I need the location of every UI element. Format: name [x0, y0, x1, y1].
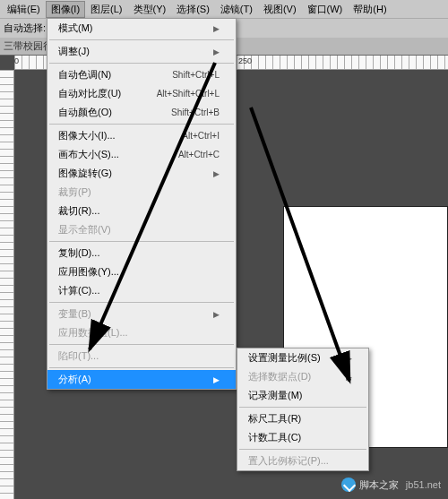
menu-image-item-12[interactable]: 裁切(R)...: [47, 202, 236, 220]
menubar: 编辑(E)图像(I)图层(L)类型(Y)选择(S)滤镜(T)视图(V)窗口(W)…: [0, 0, 448, 18]
tab-fragment-left: 三带校园行: [4, 39, 53, 53]
chevron-right-icon: ▶: [213, 375, 220, 384]
submenu-analysis: 设置测量比例(S)▶选择数据点(D)▶记录测量(M)标尺工具(R)计数工具(C)…: [237, 348, 369, 471]
submenu-analysis-item-2[interactable]: 记录测量(M): [237, 386, 368, 405]
chevron-right-icon: ▶: [213, 24, 220, 33]
menu-image-item-16[interactable]: 应用图像(Y)...: [47, 262, 236, 281]
watermark-logo-icon: [341, 477, 356, 492]
menu-image-item-4[interactable]: 自动色调(N)Shift+Ctrl+L: [47, 65, 236, 84]
chevron-right-icon: ▶: [213, 310, 220, 319]
submenu-analysis-item-5[interactable]: 计数工具(C): [237, 428, 368, 447]
ruler-vertical: [0, 70, 14, 499]
menu-编辑[interactable]: 编辑(E): [2, 1, 46, 18]
menu-image-item-15[interactable]: 复制(D)...: [47, 244, 236, 262]
menu-image-item-6[interactable]: 自动颜色(O)Shift+Ctrl+B: [47, 103, 236, 122]
auto-select-label: 自动选择:: [4, 22, 46, 35]
chevron-right-icon: ▶: [346, 373, 352, 382]
chevron-right-icon: ▶: [213, 47, 220, 56]
menu-image-item-2[interactable]: 调整(J)▶: [47, 42, 236, 61]
menu-image-item-13: 显示全部(V): [47, 220, 236, 239]
submenu-analysis-item-1: 选择数据点(D)▶: [237, 367, 368, 386]
menu-image-item-8[interactable]: 图像大小(I)...Alt+Ctrl+I: [47, 126, 236, 145]
menu-滤镜[interactable]: 滤镜(T): [215, 1, 258, 18]
menu-选择[interactable]: 选择(S): [171, 1, 215, 18]
menu-image: 模式(M)▶调整(J)▶自动色调(N)Shift+Ctrl+L自动对比度(U)A…: [47, 18, 237, 390]
menu-图层[interactable]: 图层(L): [85, 1, 127, 18]
menu-image-item-5[interactable]: 自动对比度(U)Alt+Shift+Ctrl+L: [47, 84, 236, 103]
menu-image-item-20: 应用数据组(L)...: [47, 323, 236, 342]
menu-image-item-9[interactable]: 画布大小(S)...Alt+Ctrl+C: [47, 145, 236, 164]
watermark-url: jb51.net: [406, 479, 441, 490]
menu-视图[interactable]: 视图(V): [258, 1, 302, 18]
watermark-text: 脚本之家: [359, 478, 399, 492]
submenu-analysis-item-7: 置入比例标记(P)...: [237, 452, 368, 470]
menu-类型[interactable]: 类型(Y): [128, 1, 172, 18]
submenu-analysis-item-4[interactable]: 标尺工具(R): [237, 409, 368, 428]
menu-image-item-0[interactable]: 模式(M)▶: [47, 19, 236, 38]
menu-窗口[interactable]: 窗口(W): [302, 1, 349, 18]
menu-image-item-24[interactable]: 分析(A)▶: [47, 370, 236, 389]
chevron-right-icon: ▶: [346, 354, 352, 363]
submenu-analysis-item-0[interactable]: 设置测量比例(S)▶: [237, 348, 368, 367]
menu-image-item-19: 变量(B)▶: [47, 305, 236, 323]
menu-image-item-10[interactable]: 图像旋转(G)▶: [47, 164, 236, 183]
menu-image-item-22: 陷印(T)...: [47, 347, 236, 366]
watermark: 脚本之家 jb51.net: [341, 477, 441, 492]
chevron-right-icon: ▶: [213, 169, 220, 178]
menu-image-item-11: 裁剪(P): [47, 183, 236, 202]
menu-帮助[interactable]: 帮助(H): [348, 1, 392, 18]
menu-image-item-17[interactable]: 计算(C)...: [47, 281, 236, 300]
menu-图像[interactable]: 图像(I): [46, 1, 85, 18]
